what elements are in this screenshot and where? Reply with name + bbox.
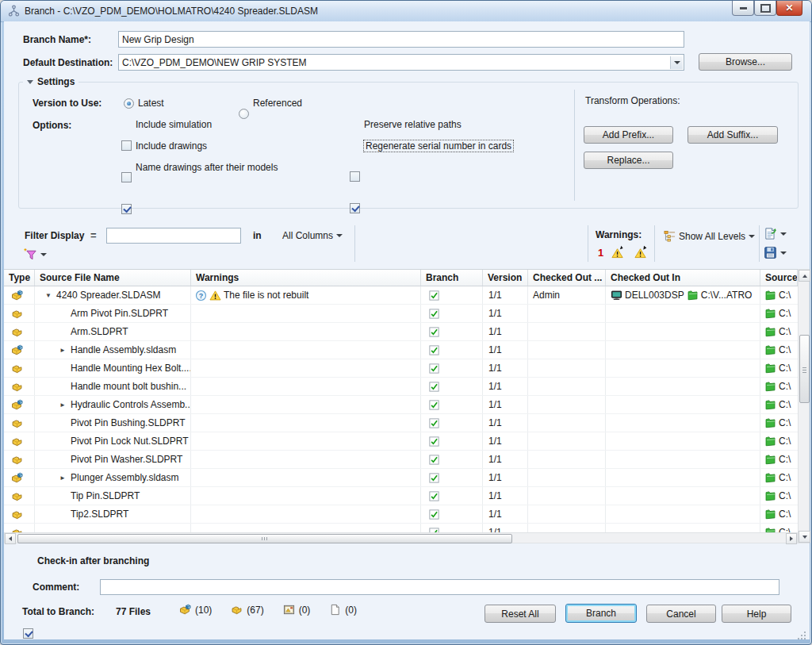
columns-dropdown[interactable]: All Columns <box>282 230 343 241</box>
scroll-down-button[interactable] <box>799 531 810 543</box>
include-drawings-label[interactable]: Include drawings <box>136 140 207 152</box>
version-cell: 1/1 <box>483 341 528 359</box>
branch-checkbox[interactable] <box>428 399 440 411</box>
branch-dialog: Branch - C:\VZO_PDM_DEMO\HOLMATRO\4240 S… <box>0 0 812 645</box>
table-row[interactable]: Tip2.SLDPRT1/1C:\ <box>4 505 798 524</box>
file-type-cell <box>4 505 35 523</box>
default-destination-combobox[interactable]: C:\VZO_PDM_DEMO\NEW GRIP SYSTEM <box>118 54 684 71</box>
table-row[interactable]: Arm.SLDPRT1/1C:\ <box>4 323 798 341</box>
branch-button[interactable]: Branch <box>565 604 637 623</box>
table-row[interactable]: Handle mount bolt bushin...1/1C:\ <box>4 378 798 396</box>
vertical-scrollbar[interactable] <box>798 269 810 543</box>
filter-input[interactable] <box>106 228 241 244</box>
column-header-source[interactable]: Source <box>760 270 798 286</box>
maximize-button[interactable] <box>754 1 776 16</box>
branch-checkbox[interactable] <box>428 381 440 393</box>
checkin-after-branching-label[interactable]: Check-in after branching <box>37 555 149 566</box>
branch-name-input[interactable] <box>118 31 684 48</box>
include-simulation-label[interactable]: Include simulation <box>136 119 212 130</box>
branch-checkbox[interactable] <box>428 472 440 484</box>
close-icon: ✕ <box>785 2 793 13</box>
version-value: 1/1 <box>488 509 502 520</box>
help-button[interactable]: Help <box>722 605 791 623</box>
table-row[interactable]: Pivot Pin Washer.SLDPRT1/1C:\ <box>4 451 798 469</box>
checkbox-include-drawings[interactable] <box>121 172 132 182</box>
radio-referenced-label[interactable]: Referenced <box>253 98 302 109</box>
column-header-checked-out[interactable]: Checked Out ... <box>528 270 606 286</box>
checkbox-preserve-paths[interactable] <box>350 171 360 182</box>
preserve-paths-label[interactable]: Preserve relative paths <box>364 119 462 130</box>
table-row[interactable]: Arm Pivot Pin.SLDPRT1/1C:\ <box>4 305 798 323</box>
resize-grip[interactable] <box>797 631 806 640</box>
add-prefix-button[interactable]: Add Prefix... <box>584 126 673 144</box>
replace-button[interactable]: Replace... <box>584 152 673 169</box>
checkbox-name-drawings[interactable] <box>121 204 132 214</box>
branch-checkbox[interactable] <box>428 436 440 447</box>
branch-checkbox[interactable] <box>428 363 440 374</box>
scroll-left-button[interactable] <box>5 533 16 544</box>
table-row[interactable]: Pivot Pin Bushing.SLDPRT1/1C:\ <box>4 414 798 432</box>
table-row[interactable]: Tip Pin.SLDPRT1/1C:\ <box>4 487 798 505</box>
column-header-type[interactable]: Type <box>4 270 35 286</box>
scroll-right-button[interactable] <box>786 533 797 544</box>
destination-dropdown-button[interactable] <box>670 56 683 69</box>
expand-collapsed-icon[interactable]: ► <box>57 401 68 409</box>
next-warning-button[interactable] <box>634 245 648 259</box>
table-row[interactable]: ►Plunger Assembly.sldasm1/1C:\ <box>4 469 798 487</box>
close-button[interactable]: ✕ <box>776 1 802 16</box>
table-row[interactable]: ►Handle Assembly.sldasm1/1C:\ <box>4 341 798 359</box>
branch-checkbox[interactable] <box>428 509 440 520</box>
table-row[interactable]: Pivot Pin Lock Nut.SLDPRT1/1C:\ <box>4 432 798 451</box>
branch-checkbox[interactable] <box>428 308 440 320</box>
show-levels-dropdown[interactable]: Show All Levels <box>664 230 755 242</box>
branch-checkbox[interactable] <box>428 417 440 429</box>
horizontal-scrollbar-thumb[interactable] <box>17 534 512 543</box>
column-header-checked-out-in[interactable]: Checked Out In <box>606 270 760 286</box>
scroll-up-button[interactable] <box>799 270 810 282</box>
previous-warning-button[interactable] <box>611 245 625 259</box>
report-button[interactable] <box>764 227 787 240</box>
branch-checkbox[interactable] <box>428 454 440 466</box>
expand-expanded-icon[interactable]: ▼ <box>43 292 54 299</box>
expand-collapsed-icon[interactable]: ► <box>57 347 68 354</box>
add-suffix-button[interactable]: Add Suffix... <box>688 126 778 144</box>
checkbox-regenerate-serial[interactable] <box>350 203 360 213</box>
table-row[interactable]: 1/1C:\ <box>4 524 798 532</box>
browse-button[interactable]: Browse... <box>699 53 792 71</box>
branch-checkbox[interactable] <box>428 290 440 301</box>
arrow-right-icon <box>790 536 793 541</box>
regenerate-serial-label[interactable]: Regenerate serial number in cards <box>364 140 513 152</box>
table-row[interactable]: ►Hydraulic Controls Assemb...1/1C:\ <box>4 396 798 414</box>
radio-latest[interactable] <box>124 98 134 109</box>
filter-equals-operator[interactable]: = <box>90 229 97 241</box>
column-header-warnings[interactable]: Warnings <box>191 270 421 286</box>
expand-collapsed-icon[interactable]: ► <box>57 474 68 482</box>
radio-latest-label[interactable]: Latest <box>138 98 164 109</box>
minimize-button[interactable] <box>732 1 754 16</box>
save-list-button[interactable] <box>764 246 787 259</box>
branch-checkbox[interactable] <box>428 490 440 502</box>
checkbox-checkin-after-branching[interactable] <box>23 628 33 639</box>
column-header-source-file-name[interactable]: Source File Name <box>35 270 191 286</box>
cancel-button[interactable]: Cancel <box>646 605 716 623</box>
column-header-version[interactable]: Version <box>483 270 528 286</box>
branch-checkbox[interactable] <box>428 326 440 338</box>
folder-icon <box>764 326 776 338</box>
branch-checkbox[interactable] <box>428 527 440 533</box>
settings-legend[interactable]: Settings <box>23 76 79 87</box>
vertical-scrollbar-thumb[interactable] <box>799 335 810 403</box>
column-header-branch[interactable]: Branch <box>421 270 483 286</box>
favorite-filter-button[interactable]: * <box>24 248 47 261</box>
checkbox-include-simulation[interactable] <box>121 140 132 151</box>
table-row[interactable]: ▼4240 Spreader.SLDASM?The file is not re… <box>4 286 798 305</box>
name-drawings-label[interactable]: Name drawings after their models <box>136 162 278 173</box>
horizontal-scrollbar[interactable] <box>4 532 798 543</box>
branch-checkbox[interactable] <box>428 344 440 356</box>
titlebar[interactable]: Branch - C:\VZO_PDM_DEMO\HOLMATRO\4240 S… <box>1 1 811 22</box>
comment-input[interactable] <box>100 579 779 595</box>
save-icon <box>764 246 777 259</box>
table-row[interactable]: Handle Mounting Hex Bolt....1/1C:\ <box>4 359 798 378</box>
part-icon <box>11 490 23 502</box>
radio-referenced[interactable] <box>239 109 249 119</box>
reset-all-button[interactable]: Reset All <box>485 605 556 623</box>
